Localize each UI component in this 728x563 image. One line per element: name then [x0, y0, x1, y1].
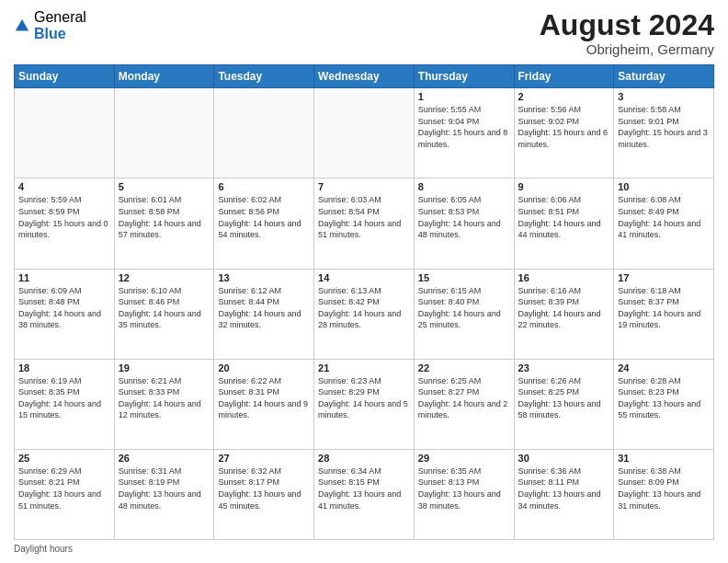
day-info: Sunrise: 6:28 AMSunset: 8:23 PMDaylight:…	[618, 375, 710, 421]
calendar-cell: 2Sunrise: 5:56 AMSunset: 9:02 PMDaylight…	[514, 88, 614, 178]
day-number: 7	[318, 181, 410, 192]
location: Obrigheim, Germany	[540, 41, 714, 57]
day-number: 27	[218, 453, 310, 464]
calendar-cell: 15Sunrise: 6:15 AMSunset: 8:40 PMDayligh…	[414, 269, 514, 359]
calendar-cell: 18Sunrise: 6:19 AMSunset: 8:35 PMDayligh…	[15, 359, 115, 449]
calendar-cell	[214, 88, 314, 178]
calendar-cell	[314, 88, 415, 178]
calendar-cell: 21Sunrise: 6:23 AMSunset: 8:29 PMDayligh…	[314, 359, 415, 449]
calendar-cell: 28Sunrise: 6:34 AMSunset: 8:15 PMDayligh…	[314, 449, 415, 539]
calendar-cell: 27Sunrise: 6:32 AMSunset: 8:17 PMDayligh…	[214, 449, 314, 539]
day-info: Sunrise: 6:35 AMSunset: 8:13 PMDaylight:…	[418, 465, 510, 511]
day-number: 17	[618, 272, 710, 283]
calendar-cell: 10Sunrise: 6:08 AMSunset: 8:49 PMDayligh…	[614, 178, 714, 269]
calendar-cell: 3Sunrise: 5:58 AMSunset: 9:01 PMDaylight…	[614, 88, 714, 178]
logo-icon	[14, 17, 30, 34]
calendar-cell: 29Sunrise: 6:35 AMSunset: 8:13 PMDayligh…	[414, 449, 514, 539]
day-number: 12	[119, 272, 210, 283]
calendar-cell: 13Sunrise: 6:12 AMSunset: 8:44 PMDayligh…	[214, 269, 314, 359]
calendar-table: SundayMondayTuesdayWednesdayThursdayFrid…	[14, 64, 714, 540]
calendar-cell: 9Sunrise: 6:06 AMSunset: 8:51 PMDaylight…	[514, 178, 614, 269]
day-info: Sunrise: 6:10 AMSunset: 8:46 PMDaylight:…	[119, 285, 210, 331]
calendar-cell	[114, 88, 214, 178]
day-number: 6	[218, 181, 310, 192]
day-info: Sunrise: 6:02 AMSunset: 8:56 PMDaylight:…	[218, 194, 310, 240]
day-info: Sunrise: 6:31 AMSunset: 8:19 PMDaylight:…	[119, 465, 210, 511]
day-number: 16	[518, 272, 610, 283]
day-number: 23	[518, 362, 610, 373]
logo-general: General	[34, 9, 86, 26]
day-number: 22	[418, 362, 510, 373]
day-number: 25	[18, 453, 110, 464]
header: General Blue August 2024 Obrigheim, Germ…	[14, 9, 714, 57]
weekday-header: Wednesday	[314, 65, 415, 88]
day-info: Sunrise: 6:01 AMSunset: 8:58 PMDaylight:…	[119, 194, 210, 240]
day-number: 30	[518, 453, 610, 464]
day-number: 31	[618, 453, 710, 464]
calendar-cell: 16Sunrise: 6:16 AMSunset: 8:39 PMDayligh…	[514, 269, 614, 359]
calendar-cell: 30Sunrise: 6:36 AMSunset: 8:11 PMDayligh…	[514, 449, 614, 539]
calendar-week-row: 1Sunrise: 5:55 AMSunset: 9:04 PMDaylight…	[15, 88, 714, 178]
day-info: Sunrise: 6:03 AMSunset: 8:54 PMDaylight:…	[318, 194, 410, 240]
calendar-cell: 12Sunrise: 6:10 AMSunset: 8:46 PMDayligh…	[114, 269, 214, 359]
day-info: Sunrise: 6:13 AMSunset: 8:42 PMDaylight:…	[318, 285, 410, 331]
calendar-cell: 23Sunrise: 6:26 AMSunset: 8:25 PMDayligh…	[514, 359, 614, 449]
day-number: 21	[318, 362, 410, 373]
day-number: 28	[318, 453, 410, 464]
weekday-header: Sunday	[15, 65, 115, 88]
day-number: 4	[18, 181, 110, 192]
calendar-cell	[15, 88, 115, 178]
calendar-cell: 26Sunrise: 6:31 AMSunset: 8:19 PMDayligh…	[114, 449, 214, 539]
day-number: 3	[618, 91, 710, 102]
day-info: Sunrise: 6:19 AMSunset: 8:35 PMDaylight:…	[18, 375, 110, 421]
day-info: Sunrise: 6:21 AMSunset: 8:33 PMDaylight:…	[119, 375, 210, 421]
day-number: 29	[418, 453, 510, 464]
calendar-cell: 14Sunrise: 6:13 AMSunset: 8:42 PMDayligh…	[314, 269, 415, 359]
day-number: 18	[18, 362, 110, 373]
day-info: Sunrise: 6:23 AMSunset: 8:29 PMDaylight:…	[318, 375, 410, 421]
month-year: August 2024	[540, 9, 714, 41]
day-info: Sunrise: 6:22 AMSunset: 8:31 PMDaylight:…	[218, 375, 310, 421]
weekday-header-row: SundayMondayTuesdayWednesdayThursdayFrid…	[15, 65, 714, 88]
day-info: Sunrise: 6:12 AMSunset: 8:44 PMDaylight:…	[218, 285, 310, 331]
calendar-cell: 6Sunrise: 6:02 AMSunset: 8:56 PMDaylight…	[214, 178, 314, 269]
day-info: Sunrise: 5:56 AMSunset: 9:02 PMDaylight:…	[518, 104, 610, 150]
day-number: 10	[618, 181, 710, 192]
svg-marker-0	[16, 18, 28, 30]
day-number: 14	[318, 272, 410, 283]
day-info: Sunrise: 6:34 AMSunset: 8:15 PMDaylight:…	[318, 465, 410, 511]
weekday-header: Saturday	[614, 65, 714, 88]
weekday-header: Tuesday	[214, 65, 314, 88]
calendar-cell: 25Sunrise: 6:29 AMSunset: 8:21 PMDayligh…	[15, 449, 115, 539]
calendar-cell: 20Sunrise: 6:22 AMSunset: 8:31 PMDayligh…	[214, 359, 314, 449]
day-info: Sunrise: 5:55 AMSunset: 9:04 PMDaylight:…	[418, 104, 510, 150]
day-info: Sunrise: 6:25 AMSunset: 8:27 PMDaylight:…	[418, 375, 510, 421]
day-number: 5	[119, 181, 210, 192]
logo-text: General Blue	[34, 9, 86, 41]
day-info: Sunrise: 6:06 AMSunset: 8:51 PMDaylight:…	[518, 194, 610, 240]
footer-note: Daylight hours	[14, 544, 714, 554]
weekday-header: Monday	[114, 65, 214, 88]
day-number: 9	[518, 181, 610, 192]
calendar-cell: 22Sunrise: 6:25 AMSunset: 8:27 PMDayligh…	[414, 359, 514, 449]
day-info: Sunrise: 6:05 AMSunset: 8:53 PMDaylight:…	[418, 194, 510, 240]
day-info: Sunrise: 6:16 AMSunset: 8:39 PMDaylight:…	[518, 285, 610, 331]
calendar-week-row: 25Sunrise: 6:29 AMSunset: 8:21 PMDayligh…	[15, 449, 714, 539]
title-block: August 2024 Obrigheim, Germany	[540, 9, 714, 57]
calendar-cell: 11Sunrise: 6:09 AMSunset: 8:48 PMDayligh…	[15, 269, 115, 359]
calendar-cell: 4Sunrise: 5:59 AMSunset: 8:59 PMDaylight…	[15, 178, 115, 269]
logo: General Blue	[14, 9, 86, 41]
weekday-header: Friday	[514, 65, 614, 88]
calendar-cell: 31Sunrise: 6:38 AMSunset: 8:09 PMDayligh…	[614, 449, 714, 539]
day-info: Sunrise: 5:59 AMSunset: 8:59 PMDaylight:…	[18, 194, 110, 240]
day-number: 2	[518, 91, 610, 102]
day-info: Sunrise: 6:09 AMSunset: 8:48 PMDaylight:…	[18, 285, 110, 331]
calendar-cell: 7Sunrise: 6:03 AMSunset: 8:54 PMDaylight…	[314, 178, 415, 269]
day-number: 26	[119, 453, 210, 464]
calendar-cell: 19Sunrise: 6:21 AMSunset: 8:33 PMDayligh…	[114, 359, 214, 449]
page: General Blue August 2024 Obrigheim, Germ…	[0, 0, 728, 563]
calendar-week-row: 4Sunrise: 5:59 AMSunset: 8:59 PMDaylight…	[15, 178, 714, 269]
day-info: Sunrise: 6:18 AMSunset: 8:37 PMDaylight:…	[618, 285, 710, 331]
day-info: Sunrise: 6:15 AMSunset: 8:40 PMDaylight:…	[418, 285, 510, 331]
day-number: 8	[418, 181, 510, 192]
